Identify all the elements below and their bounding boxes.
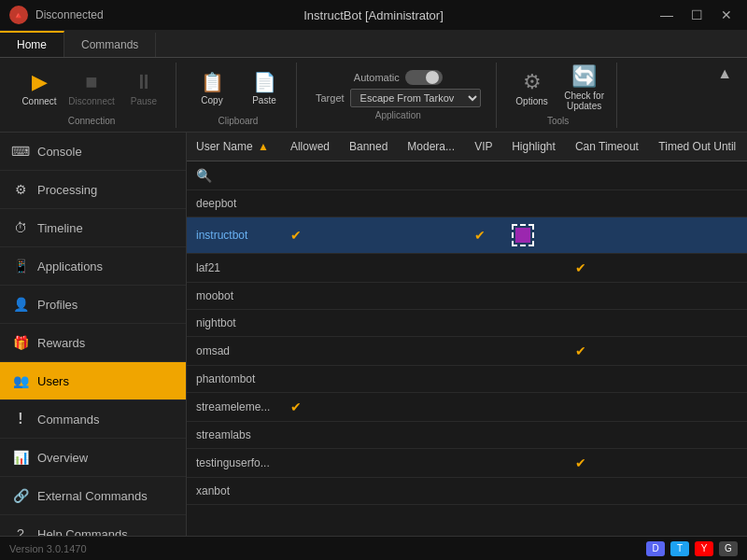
cell-timed-out-until: [649, 310, 747, 337]
table-row[interactable]: laf21✔: [187, 254, 747, 283]
table-row[interactable]: testinguserfo...✔: [187, 449, 747, 478]
options-button[interactable]: ⚙ Options: [508, 63, 557, 112]
table-row[interactable]: streameleme...✔: [187, 393, 747, 422]
status-bar: Version 3.0.1470 D T Y G: [0, 536, 747, 560]
sidebar-item-console[interactable]: ⌨ Console: [0, 133, 186, 171]
processing-icon: ⚙: [11, 180, 30, 199]
copy-button[interactable]: 📋 Copy: [188, 63, 236, 112]
cell-can-timeout: [566, 190, 649, 217]
close-button[interactable]: ✕: [715, 6, 738, 24]
help-commands-icon: ?: [11, 525, 30, 536]
cell-allowed: ✔: [281, 217, 340, 254]
clipboard-group: 📋 Copy 📄 Paste Clipboard: [180, 63, 297, 128]
cell-highlight: [502, 310, 566, 337]
cell-banned: [340, 449, 398, 478]
twitter-icon[interactable]: T: [670, 541, 689, 556]
cell-moderator: [398, 310, 465, 337]
col-header-username[interactable]: User Name ▲: [187, 133, 281, 161]
col-header-allowed[interactable]: Allowed: [281, 133, 340, 161]
target-select[interactable]: Escape From Tarkov: [350, 89, 481, 107]
ghost-icon[interactable]: G: [719, 541, 738, 556]
table-row[interactable]: streamlabs: [187, 422, 747, 449]
paste-button[interactable]: 📄 Paste: [240, 63, 289, 112]
cell-highlight: [502, 190, 566, 217]
app-title: InstructBot [Administrator]: [303, 8, 444, 22]
check-can-timeout: ✔: [575, 260, 586, 275]
sidebar-item-overview[interactable]: 📊 Overview: [0, 439, 186, 477]
tab-commands[interactable]: Commands: [64, 33, 156, 57]
sidebar-item-users[interactable]: 👥 Users: [0, 362, 186, 400]
cell-vip: [465, 449, 502, 478]
disconnect-button[interactable]: ■ Disconnect: [67, 63, 116, 112]
cell-moderator: [398, 190, 465, 217]
col-header-can-timeout[interactable]: Can Timeout: [566, 133, 649, 161]
sidebar-item-profiles[interactable]: 👤 Profiles: [0, 286, 186, 324]
sidebar-label-console: Console: [37, 145, 82, 159]
cell-username: nightbot: [187, 310, 281, 337]
sidebar-item-processing[interactable]: ⚙ Processing: [0, 171, 186, 209]
sidebar-item-rewards[interactable]: 🎁 Rewards: [0, 324, 186, 362]
cell-vip: [465, 393, 502, 422]
table-row[interactable]: phantombot: [187, 366, 747, 393]
check-allowed: ✔: [290, 228, 302, 243]
cell-vip: [465, 310, 502, 337]
cell-timed-out-until: [649, 190, 747, 217]
table-scroll[interactable]: User Name ▲ Allowed Banned Modera... VIP…: [187, 133, 747, 536]
users-table: User Name ▲ Allowed Banned Modera... VIP…: [187, 133, 747, 505]
table-row[interactable]: omsad✔: [187, 337, 747, 366]
discord-icon[interactable]: D: [646, 541, 665, 556]
cell-vip: [465, 337, 502, 366]
col-header-banned[interactable]: Banned: [340, 133, 398, 161]
cell-highlight: [502, 422, 566, 449]
col-header-vip[interactable]: VIP: [465, 133, 502, 161]
sidebar-item-applications[interactable]: 📱 Applications: [0, 247, 186, 286]
check-updates-button[interactable]: 🔄 Check for Updates: [560, 63, 609, 112]
table-row[interactable]: deepbot: [187, 190, 747, 217]
col-header-highlight[interactable]: Highlight: [502, 133, 566, 161]
cell-banned: [340, 254, 398, 283]
table-row[interactable]: moobot: [187, 283, 747, 310]
sidebar-item-commands[interactable]: ! Commands: [0, 400, 186, 439]
minimize-button[interactable]: —: [655, 6, 678, 24]
cell-banned: [340, 393, 398, 422]
col-header-timed-out-until[interactable]: Timed Out Until: [649, 133, 747, 161]
table-header-row: User Name ▲ Allowed Banned Modera... VIP…: [187, 133, 747, 161]
youtube-icon[interactable]: Y: [695, 541, 713, 556]
sidebar-label-profiles: Profiles: [37, 298, 78, 312]
pause-button[interactable]: ⏸ Pause: [120, 63, 168, 112]
sidebar-label-rewards: Rewards: [37, 336, 85, 350]
cell-allowed: [281, 190, 340, 217]
search-icon: 🔍: [196, 168, 212, 183]
social-icons: D T Y G: [646, 541, 738, 556]
applications-icon: 📱: [11, 257, 30, 275]
table-row[interactable]: nightbot: [187, 310, 747, 337]
cell-vip: [465, 283, 502, 310]
col-header-moderator[interactable]: Modera...: [398, 133, 465, 161]
sidebar-item-help-commands[interactable]: ? Help Commands: [0, 515, 186, 536]
clipboard-buttons: 📋 Copy 📄 Paste: [188, 63, 289, 112]
table-row[interactable]: instructbot✔✔: [187, 217, 747, 254]
automatic-toggle-row: Automatic: [354, 70, 443, 85]
cell-timed-out-until: [649, 337, 747, 366]
window-controls: — ☐ ✕: [655, 6, 738, 24]
sidebar-item-timeline[interactable]: ⏱ Timeline: [0, 209, 186, 247]
collapse-button[interactable]: ▲: [710, 62, 740, 86]
rewards-icon: 🎁: [11, 333, 30, 352]
cell-banned: [340, 310, 398, 337]
automatic-toggle[interactable]: [405, 70, 443, 85]
main-area: ⌨ Console ⚙ Processing ⏱ Timeline 📱 Appl…: [0, 133, 747, 536]
automatic-label: Automatic: [354, 72, 400, 83]
table-row[interactable]: xanbot: [187, 478, 747, 505]
sidebar-item-external-commands[interactable]: 🔗 External Commands: [0, 477, 186, 515]
cell-can-timeout: [566, 283, 649, 310]
tab-bar: Home Commands: [0, 30, 747, 58]
tab-home[interactable]: Home: [0, 31, 64, 57]
cell-moderator: [398, 254, 465, 283]
sidebar-label-timeline: Timeline: [37, 221, 83, 235]
check-vip: ✔: [474, 228, 486, 243]
cell-moderator: [398, 393, 465, 422]
maximize-button[interactable]: ☐: [685, 6, 708, 24]
connection-group: ▶ Connect ■ Disconnect ⏸ Pause Connectio…: [7, 63, 176, 128]
search-cell: 🔍: [187, 161, 747, 190]
connect-button[interactable]: ▶ Connect: [15, 63, 63, 112]
